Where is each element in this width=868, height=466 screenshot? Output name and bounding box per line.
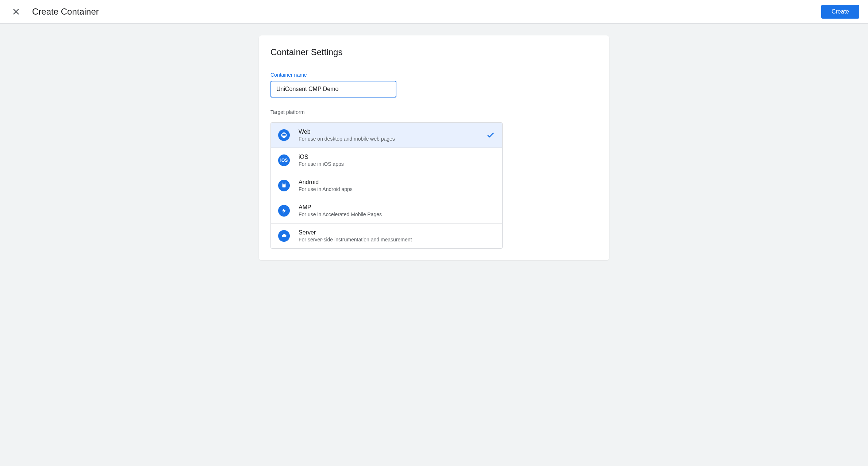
platform-name: Android xyxy=(299,179,495,186)
check-icon xyxy=(486,131,495,140)
platform-name: Web xyxy=(299,129,486,135)
container-name-label: Container name xyxy=(270,72,598,78)
target-platform-label: Target platform xyxy=(270,109,598,115)
page-header: Create Container Create xyxy=(0,0,868,24)
bolt-icon xyxy=(278,205,290,217)
create-button[interactable]: Create xyxy=(821,5,859,19)
card-title: Container Settings xyxy=(270,47,598,57)
platform-text: Android For use in Android apps xyxy=(299,179,495,192)
platform-text: AMP For use in Accelerated Mobile Pages xyxy=(299,204,495,217)
cloud-icon xyxy=(278,230,290,242)
platform-name: AMP xyxy=(299,204,495,211)
platform-option-android[interactable]: Android For use in Android apps xyxy=(271,173,502,198)
platform-desc: For use on desktop and mobile web pages xyxy=(299,136,486,142)
android-icon xyxy=(278,180,290,191)
settings-card: Container Settings Container name Target… xyxy=(259,35,609,260)
platform-desc: For server-side instrumentation and meas… xyxy=(299,237,495,242)
page-title: Create Container xyxy=(32,7,99,17)
svg-line-10 xyxy=(285,183,286,184)
platform-option-web[interactable]: Web For use on desktop and mobile web pa… xyxy=(271,123,502,148)
content-wrapper: Container Settings Container name Target… xyxy=(0,24,868,272)
platform-text: Server For server-side instrumentation a… xyxy=(299,229,495,242)
platform-name: Server xyxy=(299,229,495,236)
close-icon xyxy=(12,7,20,16)
platform-desc: For use in Accelerated Mobile Pages xyxy=(299,211,495,217)
platform-option-amp[interactable]: AMP For use in Accelerated Mobile Pages xyxy=(271,198,502,224)
platform-desc: For use in Android apps xyxy=(299,186,495,192)
globe-icon xyxy=(278,129,290,141)
platform-option-server[interactable]: Server For server-side instrumentation a… xyxy=(271,224,502,248)
header-left: Create Container xyxy=(9,4,99,19)
svg-line-9 xyxy=(283,183,283,184)
platform-text: iOS For use in iOS apps xyxy=(299,154,495,167)
platform-name: iOS xyxy=(299,154,495,160)
platform-list: Web For use on desktop and mobile web pa… xyxy=(270,122,503,249)
platform-text: Web For use on desktop and mobile web pa… xyxy=(299,129,486,142)
platform-desc: For use in iOS apps xyxy=(299,161,495,167)
platform-option-ios[interactable]: iOS iOS For use in iOS apps xyxy=(271,148,502,173)
container-name-input[interactable] xyxy=(270,81,396,98)
ios-icon: iOS xyxy=(278,154,290,166)
svg-point-8 xyxy=(285,184,285,185)
svg-point-7 xyxy=(283,184,284,185)
close-button[interactable] xyxy=(9,4,23,19)
